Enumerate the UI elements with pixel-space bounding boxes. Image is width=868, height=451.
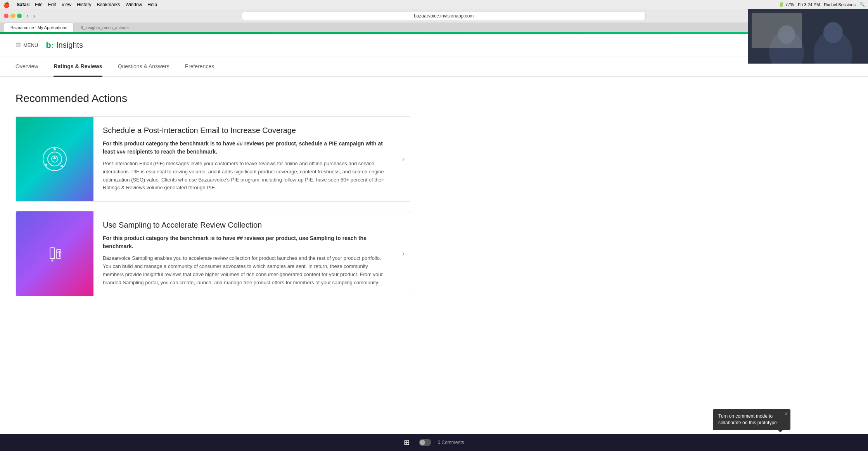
hamburger-icon: ☰ xyxy=(16,41,21,49)
svg-point-8 xyxy=(61,165,63,167)
address-bar-container: bazaarvoice.invisionapp.com xyxy=(40,12,848,20)
tab-insights[interactable]: 8_insights_recco_actions xyxy=(74,23,135,32)
sampling-card-title: Use Sampling to Accelerate Review Collec… xyxy=(103,221,390,230)
sampling-card-subtitle: For this product category the benchmark … xyxy=(103,234,390,251)
main-content: Recommended Actions Schedule a Post-Inte… xyxy=(0,77,427,321)
tab-ratings-reviews[interactable]: Ratings & Reviews xyxy=(54,57,102,77)
search-icon[interactable]: 🔍 xyxy=(859,2,865,7)
sampling-card-content: Use Sampling to Accelerate Review Collec… xyxy=(93,211,402,296)
pie-card-description: Post-interaction Email (PIE) messages in… xyxy=(103,160,390,192)
svg-rect-13 xyxy=(56,250,61,258)
window-menu[interactable]: Window xyxy=(126,2,142,7)
pie-card-image xyxy=(16,117,93,201)
forward-button[interactable]: › xyxy=(31,12,36,20)
app-name: Insights xyxy=(56,41,83,50)
sampling-card-arrow: › xyxy=(402,211,411,296)
battery-indicator: 🔋 77% xyxy=(779,2,794,7)
safari-menu[interactable]: Safari xyxy=(17,2,29,7)
webcam-feed xyxy=(748,9,868,64)
menubar-right: 🔋 77% Fri 3:24 PM Rachel Sessions 🔍 xyxy=(779,2,865,7)
nav-tabs: Overview Ratings & Reviews Questions & A… xyxy=(0,57,868,77)
svg-rect-21 xyxy=(752,13,802,48)
mac-menubar: 🍎 Safari File Edit View History Bookmark… xyxy=(0,0,868,9)
tab-preferences[interactable]: Preferences xyxy=(185,57,214,77)
webcam-inset xyxy=(748,9,868,64)
traffic-lights xyxy=(4,14,22,18)
user-name: Rachel Sessions xyxy=(824,2,856,7)
svg-rect-12 xyxy=(50,248,55,259)
nav-buttons: ‹ › xyxy=(25,12,37,20)
apple-menu[interactable]: 🍎 xyxy=(3,2,10,8)
app-logo: b: Insights xyxy=(46,40,83,50)
menu-toggle[interactable]: ☰ MENU xyxy=(16,41,38,49)
pie-card-title: Schedule a Post-Interaction Email to Inc… xyxy=(103,126,390,135)
fullscreen-button[interactable] xyxy=(17,14,22,18)
browser-toolbar: ‹ › bazaarvoice.invisionapp.com ⬆ ＋ xyxy=(0,9,868,22)
close-button[interactable] xyxy=(4,14,9,18)
clock: Fri 3:24 PM xyxy=(798,2,820,7)
file-menu[interactable]: File xyxy=(35,2,42,7)
sampling-card-image xyxy=(16,211,93,296)
tab-questions-answers[interactable]: Questions & Answers xyxy=(118,57,169,77)
logo-b: b: xyxy=(46,40,54,50)
tab-bar: Bazaarvoice · My Applications 8_insights… xyxy=(0,22,868,32)
page-title: Recommended Actions xyxy=(16,92,411,105)
tab-bazaarvoice[interactable]: Bazaarvoice · My Applications xyxy=(4,22,74,32)
tab-overview[interactable]: Overview xyxy=(16,57,38,77)
sampling-card-description: Bazaarvoice Sampling enables you to acce… xyxy=(103,254,390,287)
pie-action-card[interactable]: Schedule a Post-Interaction Email to Inc… xyxy=(16,116,411,202)
menu-label: MENU xyxy=(23,42,38,48)
address-bar[interactable]: bazaarvoice.invisionapp.com xyxy=(242,12,646,20)
svg-point-9 xyxy=(45,164,47,166)
pie-card-arrow: › xyxy=(402,117,411,201)
pie-card-subtitle: For this product category the benchmark … xyxy=(103,140,390,156)
sampling-action-card[interactable]: Use Sampling to Accelerate Review Collec… xyxy=(16,211,411,296)
pie-card-content: Schedule a Post-Interaction Email to Inc… xyxy=(93,117,402,201)
back-button[interactable]: ‹ xyxy=(25,12,30,20)
svg-point-14 xyxy=(52,260,54,262)
svg-point-20 xyxy=(823,22,843,43)
view-menu[interactable]: View xyxy=(61,2,71,7)
minimize-button[interactable] xyxy=(10,14,15,18)
edit-menu[interactable]: Edit xyxy=(48,2,56,7)
help-menu[interactable]: Help xyxy=(147,2,157,7)
app-header: ☰ MENU b: Insights Corp Name ▾ xyxy=(0,34,868,57)
bookmarks-menu[interactable]: Bookmarks xyxy=(97,2,120,7)
history-menu[interactable]: History xyxy=(77,2,91,7)
